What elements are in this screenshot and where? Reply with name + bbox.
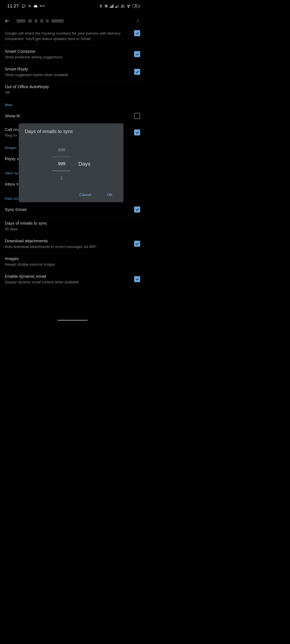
dialog-title: Days of emails to sync: [25, 128, 117, 134]
gesture-nav-pill[interactable]: [57, 320, 88, 321]
picker-prev: 998: [58, 143, 66, 157]
cancel-button[interactable]: Cancel: [79, 191, 92, 199]
picker-wheel[interactable]: 998 999 1: [52, 143, 72, 185]
picker-value: 999: [58, 157, 66, 171]
number-picker[interactable]: 998 999 1 Days: [25, 138, 117, 190]
picker-next: 1: [60, 171, 63, 185]
picker-unit: Days: [78, 161, 90, 167]
ok-button[interactable]: OK: [106, 191, 113, 199]
days-sync-dialog: Days of emails to sync 998 999 1 Days Ca…: [19, 123, 123, 202]
